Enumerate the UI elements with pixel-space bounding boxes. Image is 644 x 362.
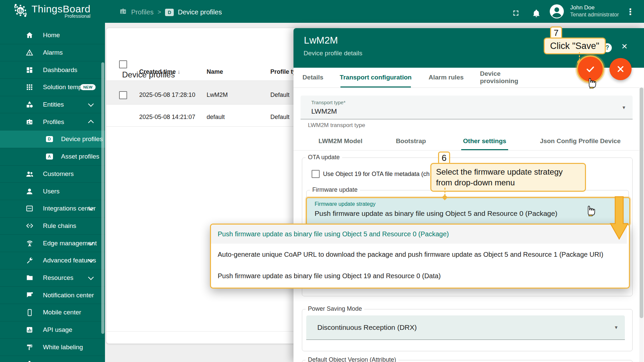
select-all-checkbox[interactable] [119, 60, 127, 68]
svg-text:tb: tb [18, 8, 23, 13]
sidebar-item-resources[interactable]: Resources [0, 269, 105, 287]
dropdown-option-1[interactable]: Push firmware update as binary file usin… [211, 225, 627, 244]
breadcrumb-parent[interactable]: Profiles [131, 8, 154, 16]
sidebar-item-device-profiles[interactable]: D Device profiles [0, 130, 105, 148]
more-menu-icon[interactable]: ⋮ [626, 7, 635, 17]
alarms-icon [25, 48, 34, 57]
hand-cursor [584, 203, 596, 216]
cancel-button[interactable] [609, 58, 632, 80]
sub-tab-bootstrap[interactable]: Bootstrap [392, 133, 429, 149]
power-saving-mode-select[interactable]: Discontinuous Reception (DRX) ▾ [306, 315, 625, 340]
sidebar-item-advanced-features[interactable]: Advanced features [0, 252, 105, 269]
customers-icon [25, 169, 34, 179]
tab-transport-configuration[interactable]: Transport configuration [338, 68, 414, 87]
sub-tab-lwm2m-model[interactable]: LWM2M Model [315, 133, 366, 149]
sidebar-item-white-labeling[interactable]: White labeling [0, 338, 105, 356]
step-7-callout: Click "Save" [544, 38, 606, 54]
api-usage-icon [25, 325, 34, 335]
sidebar-item-customers[interactable]: Customers [0, 165, 105, 183]
panel-scrollbar-thumb[interactable] [640, 87, 643, 318]
firmware-update-strategy-select[interactable]: Firmware update strategy Push firmware u… [306, 197, 630, 226]
panel-scrollbar[interactable] [639, 87, 644, 362]
sidebar-item-notification-center[interactable]: Notification center [0, 286, 105, 304]
sidebar-item-profiles[interactable]: Profiles [0, 113, 105, 130]
row-checkbox[interactable] [119, 91, 127, 99]
column-header-name[interactable]: Name [207, 68, 223, 75]
panel-subtitle: Device profile details [304, 50, 362, 57]
ota-object19-checkbox-label: Use Object 19 for OTA file metadata (ch [323, 171, 430, 178]
cell-name[interactable]: default [207, 114, 225, 121]
step-7-connector [579, 52, 580, 60]
cell-created-time[interactable]: 2025-05-08 14:21:07 [139, 114, 195, 121]
step-6-callout: Select the firmware update strategy from… [430, 163, 586, 192]
profiles-breadcrumb-icon [119, 7, 127, 17]
transport-type-select[interactable]: Transport type* LWM2M ▾ [301, 96, 633, 119]
dashboards-icon [25, 65, 34, 75]
active-sub-tab-underline [461, 149, 508, 150]
device-profiles-icon: D [45, 134, 54, 144]
asset-profiles-icon: A [45, 152, 54, 161]
sidebar-item-edge-management[interactable]: Edge management [0, 234, 105, 252]
close-icon[interactable]: × [622, 41, 628, 51]
default-object-version-fieldset: Default Object Version (Attribute) [302, 360, 633, 362]
cell-profile-type[interactable]: Default [270, 92, 289, 99]
notification-center-icon [25, 291, 34, 300]
tab-alarm-rules[interactable]: Alarm rules [428, 68, 465, 87]
fullscreen-icon[interactable] [513, 10, 519, 18]
edge-management-icon [25, 239, 34, 248]
tab-device-provisioning[interactable]: Device provisioning [480, 68, 540, 87]
sidebar-item-mobile-center[interactable]: Mobile center [0, 304, 105, 321]
chevron-down-icon: ▾ [623, 104, 625, 111]
power-saving-mode-fieldset: Power Saving Mode Discontinuous Receptio… [302, 309, 633, 351]
new-badge: NEW [80, 84, 96, 90]
check-icon [585, 63, 596, 75]
sidebar-item-settings[interactable]: Settings [0, 356, 105, 362]
sidebar-scrollbar[interactable] [101, 62, 104, 334]
breadcrumb-separator: > [158, 9, 161, 16]
app-logo[interactable]: tb ThingsBoard Professional [13, 3, 91, 19]
cell-name[interactable]: LwM2M [207, 92, 228, 99]
ota-object19-checkbox[interactable] [312, 170, 320, 178]
sub-tab-json-config-profile-device[interactable]: Json Config Profile Device [538, 133, 622, 149]
column-header-created-time[interactable]: Created time ↓ [139, 68, 180, 75]
profiles-icon [25, 117, 34, 127]
sort-desc-icon: ↓ [177, 69, 180, 75]
tab-details[interactable]: Details [300, 68, 326, 87]
sidebar-item-users[interactable]: Users [0, 182, 105, 200]
sidebar-item-api-usage[interactable]: API usage [0, 321, 105, 339]
panel-title: LwM2M [304, 35, 338, 46]
sub-tab-other-settings[interactable]: Other settings [460, 133, 510, 149]
breadcrumb: Profiles > D Device profiles [119, 7, 222, 17]
sidebar-item-dashboards[interactable]: Dashboards [0, 61, 105, 78]
sidebar-item-rule-chains[interactable]: Rule chains [0, 217, 105, 235]
firmware-strategy-label: Firmware update strategy [315, 201, 375, 207]
user-info[interactable]: John Doe Tenant administrator [570, 4, 619, 18]
notifications-bell-icon[interactable] [532, 9, 541, 19]
user-avatar[interactable] [549, 4, 564, 20]
home-icon [25, 31, 34, 40]
app-root: tb ThingsBoard Professional Profiles > [0, 0, 644, 362]
mobile-center-icon [25, 308, 34, 317]
sidebar-item-solution-templates[interactable]: Solution templates NEW [0, 78, 105, 96]
integrations-center-icon [25, 204, 34, 213]
firmware-strategy-dropdown: Push firmware update as binary file usin… [210, 224, 630, 289]
sidebar-item-entities[interactable]: Entities [0, 96, 105, 113]
dropdown-option-3[interactable]: Push firmware update as binary file usin… [211, 265, 627, 287]
sidebar-item-home[interactable]: Home [0, 27, 105, 44]
power-saving-legend: Power Saving Mode [306, 305, 364, 312]
annotation-arrow-down [607, 196, 631, 240]
default-object-version-legend: Default Object Version (Attribute) [306, 356, 398, 362]
sidebar-nav: Home Alarms Dashboards Solution template… [0, 23, 105, 362]
sidebar-item-integrations-center[interactable]: Integrations center [0, 200, 105, 217]
ota-update-legend: OTA update [306, 154, 342, 161]
cell-created-time[interactable]: 2025-05-08 17:28:10 [139, 92, 195, 99]
hand-cursor [585, 75, 597, 88]
column-header-profile-type[interactable]: Profile ty [270, 68, 296, 75]
close-icon [616, 64, 625, 74]
sidebar-item-asset-profiles[interactable]: A Asset profiles [0, 148, 105, 165]
dropdown-option-2[interactable]: Auto-generate unique CoAP URL to downloa… [211, 244, 627, 265]
solution-templates-icon [25, 82, 34, 92]
sidebar-item-alarms[interactable]: Alarms [0, 44, 105, 61]
firmware-update-legend: Firmware update [310, 186, 360, 193]
cell-profile-type[interactable]: Default [270, 114, 289, 121]
